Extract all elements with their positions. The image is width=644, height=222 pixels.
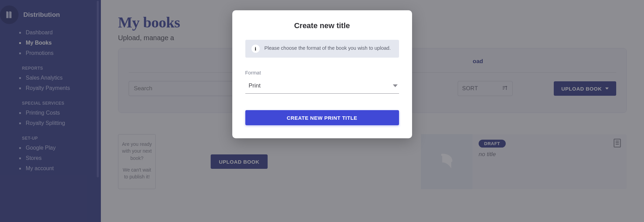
- chevron-down-icon: [393, 84, 398, 87]
- format-select[interactable]: Print: [245, 79, 399, 94]
- info-text: Please choose the format of the book you…: [265, 45, 391, 52]
- modal-overlay[interactable]: Create new title i Please choose the for…: [0, 0, 644, 222]
- create-title-modal: Create new title i Please choose the for…: [232, 10, 412, 138]
- modal-title: Create new title: [245, 21, 399, 30]
- create-button-label: CREATE NEW PRINT TITLE: [287, 115, 358, 121]
- info-box: i Please choose the format of the book y…: [245, 40, 399, 58]
- format-label: Format: [245, 70, 399, 75]
- info-icon: i: [251, 45, 260, 53]
- create-new-title-button[interactable]: CREATE NEW PRINT TITLE: [245, 110, 399, 125]
- format-value: Print: [249, 82, 261, 89]
